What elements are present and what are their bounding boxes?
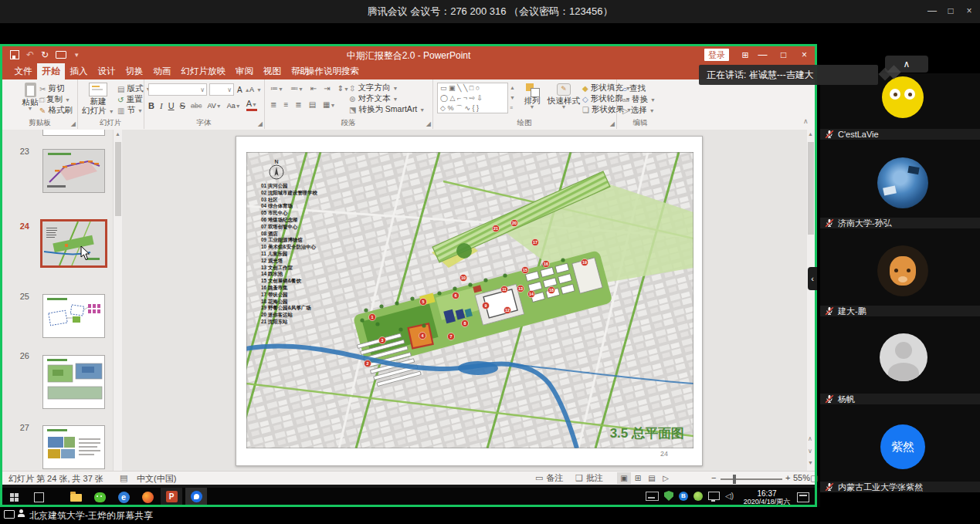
columns-icon[interactable]: ▦▼ — [323, 100, 335, 109]
slide[interactable]: N 01 滨河公园02 沈阳城市建设管理学校03 社区04 综合体育场05 市民… — [236, 136, 703, 466]
numbering-icon[interactable]: ≕▼ — [290, 84, 303, 93]
align-left-icon[interactable]: ≣ — [270, 100, 276, 109]
thumbnail-partial-top[interactable] — [42, 130, 105, 136]
underline-button[interactable]: U — [168, 101, 175, 110]
taskbar-clock[interactable]: 16:37 2020/4/18/周六 — [743, 489, 791, 505]
strikethrough-button[interactable]: S — [180, 101, 185, 110]
slideshow-view-button[interactable]: ▷ — [659, 472, 673, 484]
ppt-close-button[interactable]: × — [794, 46, 815, 63]
zoom-slider-thumb[interactable] — [733, 475, 736, 484]
thumb-scroll-thumb[interactable] — [115, 142, 121, 216]
antivirus-icon[interactable] — [693, 492, 703, 501]
comments-toggle[interactable]: 批注 — [586, 472, 603, 484]
spellcheck-icon[interactable]: ▤ — [120, 473, 127, 483]
volume-icon[interactable]: ◁) — [725, 492, 734, 501]
align-right-icon[interactable]: ≣ — [295, 100, 301, 109]
ppt-minimize-button[interactable]: — — [752, 46, 773, 63]
tab-视图[interactable]: 视图 — [259, 63, 287, 79]
previous-slide-icon[interactable]: ∧ — [808, 435, 812, 442]
zoom-slider-track[interactable] — [721, 478, 782, 480]
shapes-scroll[interactable]: ▲▼≡ — [510, 83, 514, 113]
maximize-button[interactable]: □ — [941, 3, 960, 19]
bold-button[interactable]: B — [148, 101, 154, 110]
drawing-dialog-launcher[interactable]: ◢ — [610, 120, 615, 127]
cut-button[interactable]: ✂剪切 — [39, 83, 73, 94]
align-center-icon[interactable]: ≡ — [283, 100, 288, 109]
scroll-up-icon[interactable]: ▲ — [808, 131, 813, 137]
participant-tile[interactable]: 济南大学-孙弘 — [820, 140, 980, 228]
language-status[interactable]: 中文(中国) — [137, 473, 176, 485]
tab-切换[interactable]: 切换 — [120, 63, 148, 79]
defender-shield-icon[interactable] — [664, 491, 673, 501]
edge-browser-button[interactable]: e — [113, 489, 134, 506]
fit-to-window-icon[interactable]: ▢ — [810, 473, 818, 483]
slide-sorter-view-button[interactable]: ⊞ — [631, 472, 645, 484]
font-dialog-launcher[interactable]: ◢ — [258, 120, 263, 127]
find-button[interactable]: ○查找 — [622, 83, 656, 94]
participant-tile[interactable]: 杨帆 — [820, 316, 980, 404]
justify-icon[interactable]: ▤ — [309, 100, 316, 109]
tab-开始[interactable]: 开始 — [37, 63, 65, 79]
bullets-icon[interactable]: ≔▼ — [270, 84, 283, 93]
new-slide-button[interactable]: 新建 幻灯片 ▼ — [80, 83, 116, 117]
tell-me-search[interactable]: ○ 操作说明搜索 — [297, 63, 359, 79]
panel-collapse-handle[interactable]: ‹ — [808, 267, 817, 290]
zoom-out-button[interactable]: − — [711, 473, 716, 482]
shapes-gallery[interactable]: ▭ ▣ ╲ ╲ □ ○◯ △ ⌐ ¬ ⇨ ⇩◇ % ⌒ ∿ { } — [437, 83, 508, 113]
file-explorer-button[interactable] — [65, 489, 86, 506]
thumbnail-slide-27[interactable] — [42, 425, 105, 469]
task-view-button[interactable] — [28, 489, 49, 506]
select-button[interactable]: ▷选择▼ — [622, 105, 656, 116]
thumbnail-scrollbar[interactable]: ▲ — [113, 130, 122, 471]
tencent-meeting-taskbar-button[interactable] — [185, 488, 207, 506]
grow-font-button[interactable]: A▲ — [237, 84, 250, 95]
thumb-scroll-up-icon[interactable]: ▲ — [115, 131, 120, 137]
copy-button[interactable]: □复制▼ — [39, 94, 73, 105]
canvas-scrollbar[interactable]: ▲ ∧ ∨ ▼ — [807, 130, 815, 471]
thumbnail-slide-24[interactable] — [40, 219, 107, 268]
powerpoint-taskbar-button[interactable]: P — [161, 488, 182, 506]
thumbnail-slide-26[interactable] — [42, 355, 105, 409]
shrink-font-button[interactable]: A▼ — [249, 84, 262, 95]
thumbnail-slide-23[interactable] — [42, 149, 105, 193]
start-button[interactable] — [3, 489, 25, 506]
tab-审阅[interactable]: 审阅 — [231, 63, 259, 79]
normal-view-button[interactable]: ▣ — [617, 472, 631, 484]
participant-tile[interactable]: 建大-鹏 — [820, 228, 980, 316]
font-family-dropdown[interactable]: ∨ — [148, 83, 207, 96]
tab-动画[interactable]: 动画 — [148, 63, 176, 79]
zoom-percent[interactable]: 55% — [793, 473, 810, 482]
tab-幻灯片放映[interactable]: 幻灯片放映 — [176, 63, 231, 79]
replace-button[interactable]: ab替换▼ — [622, 94, 656, 105]
text-direction-button[interactable]: ⇳文字方向▼ — [349, 83, 425, 93]
wechat-button[interactable] — [89, 489, 110, 506]
quick-styles-button[interactable]: ✎ 快速样式 ▼ — [547, 83, 581, 110]
increase-indent-icon[interactable]: ⇥ — [324, 84, 330, 93]
minimize-button[interactable]: — — [923, 3, 941, 19]
reading-view-button[interactable]: ▤ — [645, 472, 659, 484]
firefox-button[interactable] — [137, 489, 158, 506]
clipboard-dialog-launcher[interactable]: ◢ — [71, 120, 76, 127]
scroll-thumb[interactable] — [808, 142, 814, 235]
collapse-ribbon-icon[interactable]: ∧ — [803, 117, 809, 125]
tab-文件[interactable]: 文件 — [9, 63, 37, 79]
notes-toggle[interactable]: 备注 — [546, 472, 563, 484]
ppt-restore-button[interactable]: □ — [773, 46, 794, 63]
italic-button[interactable]: I — [160, 101, 163, 110]
text-shadow-button[interactable]: abc — [191, 102, 202, 110]
scroll-down-icon[interactable]: ▼ — [808, 460, 813, 465]
align-text-button[interactable]: ⊜对齐文本▼ — [349, 93, 425, 104]
bluetooth-icon[interactable]: B — [679, 492, 688, 501]
login-button[interactable]: 登录 — [704, 49, 729, 61]
action-center-icon[interactable] — [797, 492, 809, 502]
change-case-button[interactable]: Aa▼ — [227, 102, 241, 110]
font-size-dropdown[interactable]: ∨ — [209, 83, 234, 96]
smartart-button[interactable]: ⬔转换为 SmartArt▼ — [349, 104, 425, 115]
next-slide-icon[interactable]: ∨ — [808, 448, 812, 455]
format-painter-button[interactable]: ✎格式刷 — [39, 105, 73, 116]
thumbnail-slide-25[interactable] — [42, 294, 105, 338]
line-spacing-icon[interactable]: ⇕▼ — [337, 84, 349, 93]
paragraph-dialog-launcher[interactable]: ◢ — [426, 120, 431, 127]
arrange-button[interactable]: 排列 ▼ — [519, 83, 545, 110]
tab-插入[interactable]: 插入 — [65, 63, 93, 79]
